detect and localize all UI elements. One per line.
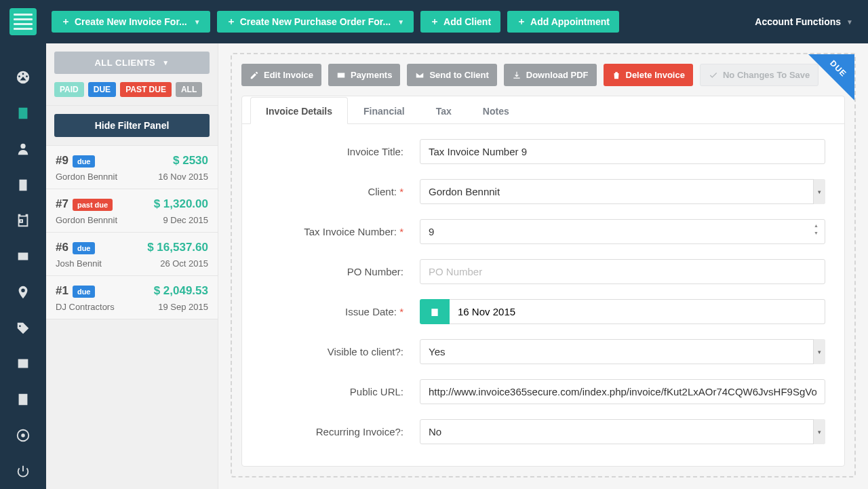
create-invoice-button[interactable]: ＋Create New Invoice For...▼ — [52, 11, 210, 33]
label-public-url: Public URL: — [261, 386, 403, 397]
document-icon[interactable] — [0, 167, 46, 203]
invoice-client: Josh Bennit — [56, 258, 102, 269]
send-client-button[interactable]: Send to Client — [407, 64, 496, 86]
invoice-client: Gordon Bennnit — [56, 215, 117, 225]
all-clients-dropdown[interactable]: ALL CLIENTS▼ — [54, 52, 210, 74]
calendar-icon[interactable] — [0, 203, 46, 239]
no-changes-button: No Changes To Save — [700, 64, 818, 86]
chevron-down-icon: ▾ — [813, 339, 825, 364]
edit-invoice-button[interactable]: Edit Invoice — [241, 64, 321, 86]
invoice-list-item[interactable]: #9due $ 2530 Gordon Bennnit 16 Nov 2015 — [46, 146, 218, 189]
label-po-number: PO Number: — [261, 266, 403, 277]
chevron-down-icon: ▾ — [813, 179, 825, 204]
status-badge: due — [73, 155, 96, 168]
invoice-list-item[interactable]: #6due $ 16,537.60 Josh Bennit 26 Oct 201… — [46, 233, 218, 276]
label-invoice-number: Tax Invoice Number: * — [261, 226, 403, 237]
label-visible-client: Visible to client?: — [261, 346, 403, 357]
status-badge: due — [73, 286, 96, 298]
tab-notes[interactable]: Notes — [467, 97, 525, 124]
clients-icon[interactable] — [0, 132, 46, 168]
nav-rail — [0, 43, 46, 489]
client-select[interactable]: Gordon Bennnit — [420, 179, 825, 204]
invoice-amount: $ 2530 — [173, 154, 208, 168]
invoice-date: 16 Nov 2015 — [158, 172, 208, 182]
tab-tax[interactable]: Tax — [420, 97, 467, 124]
tab-financial[interactable]: Financial — [348, 97, 420, 124]
invoice-date: 9 Dec 2015 — [163, 215, 209, 225]
invoice-title-input[interactable] — [420, 139, 825, 164]
dashboard-icon[interactable] — [0, 60, 46, 96]
hide-filter-button[interactable]: Hide Filter Panel — [54, 114, 210, 137]
recurring-select[interactable]: No — [420, 419, 825, 444]
chevron-down-icon: ▾ — [813, 419, 825, 444]
delete-invoice-button[interactable]: Delete Invoice — [604, 64, 693, 86]
status-badge: past due — [73, 199, 113, 211]
help-icon[interactable] — [0, 418, 46, 454]
add-appointment-button[interactable]: ＋Add Appointment — [507, 11, 619, 33]
location-icon[interactable] — [0, 275, 46, 311]
invoice-id: #1 — [56, 284, 68, 297]
invoice-client: DJ Contractors — [56, 302, 115, 312]
create-po-button[interactable]: ＋Create New Purchase Order For...▼ — [217, 11, 414, 33]
invoice-number-input[interactable] — [420, 219, 825, 244]
public-url-input[interactable] — [420, 379, 825, 404]
filter-chip-paid[interactable]: PAID — [54, 82, 84, 97]
invoice-amount: $ 2,049.53 — [154, 284, 208, 298]
invoice-list-item[interactable]: #7past due $ 1,320.00 Gordon Bennnit 9 D… — [46, 189, 218, 233]
visible-client-select[interactable]: Yes — [420, 339, 825, 364]
invoice-id: #7 — [56, 197, 68, 210]
power-icon[interactable] — [0, 453, 46, 489]
image-icon[interactable] — [0, 346, 46, 382]
download-pdf-button[interactable]: Download PDF — [504, 64, 597, 86]
label-client: Client: * — [261, 186, 403, 197]
svg-point-1 — [21, 433, 25, 437]
invoices-icon[interactable] — [0, 96, 46, 132]
payments-button[interactable]: Payments — [328, 64, 400, 86]
filter-chip-pastdue[interactable]: PAST DUE — [120, 82, 172, 97]
invoice-date: 19 Sep 2015 — [158, 302, 208, 312]
issue-date-input[interactable] — [450, 299, 825, 324]
status-badge: due — [73, 242, 96, 254]
label-issue-date: Issue Date: * — [261, 306, 403, 317]
filter-chip-all[interactable]: ALL — [176, 82, 202, 97]
label-invoice-title: Invoice Title: — [261, 146, 403, 157]
wallet-icon[interactable] — [0, 239, 46, 275]
add-client-button[interactable]: ＋Add Client — [420, 11, 500, 33]
tab-invoice-details[interactable]: Invoice Details — [250, 97, 348, 124]
app-logo[interactable] — [0, 0, 46, 43]
account-functions-menu[interactable]: Account Functions▼ — [748, 12, 860, 31]
invoice-client: Gordon Bennnit — [56, 172, 117, 182]
calculator-icon[interactable] — [0, 382, 46, 418]
invoice-list-item[interactable]: #1due $ 2,049.53 DJ Contractors 19 Sep 2… — [46, 276, 218, 319]
po-number-input[interactable] — [420, 259, 825, 284]
invoice-date: 26 Oct 2015 — [160, 258, 208, 269]
tag-icon[interactable] — [0, 310, 46, 346]
invoice-amount: $ 1,320.00 — [154, 197, 208, 211]
invoice-id: #9 — [56, 154, 68, 167]
filter-chip-due[interactable]: DUE — [88, 82, 116, 97]
number-stepper-icon[interactable]: ▲▼ — [814, 223, 818, 235]
calendar-icon[interactable] — [420, 299, 450, 324]
label-recurring: Recurring Invoice?: — [261, 426, 403, 437]
invoice-id: #6 — [56, 241, 68, 254]
due-ribbon: DUE — [808, 54, 854, 100]
invoice-amount: $ 16,537.60 — [147, 241, 208, 254]
